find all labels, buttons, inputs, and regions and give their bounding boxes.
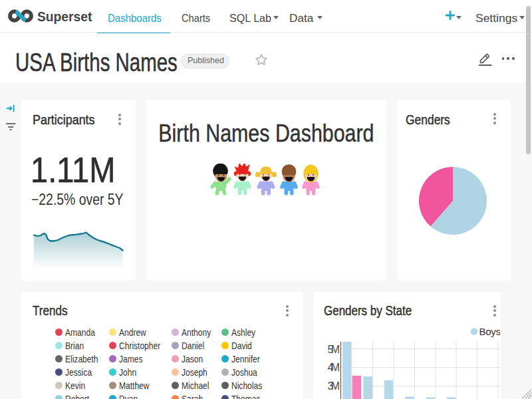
- svg-text:Boys: Boys: [479, 326, 501, 337]
- svg-text:3M: 3M: [328, 380, 340, 392]
- svg-text:4M: 4M: [328, 362, 340, 373]
- svg-text:5M: 5M: [328, 344, 340, 355]
